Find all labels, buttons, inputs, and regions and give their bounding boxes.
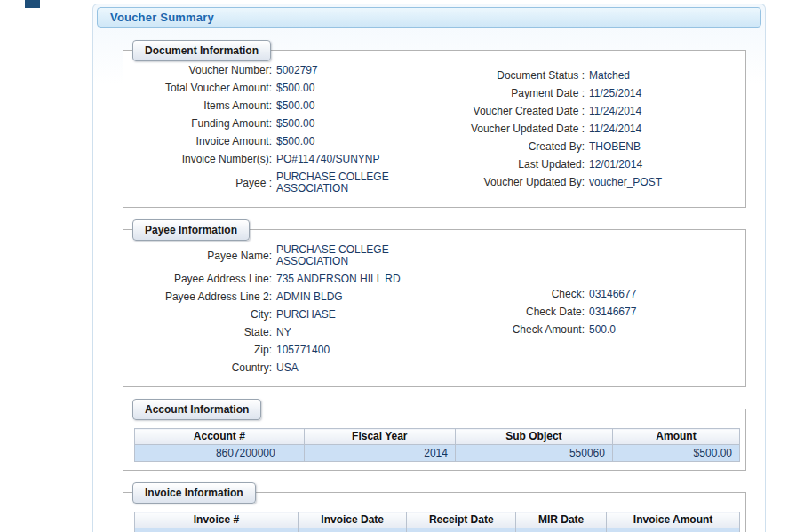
field-row-document-status: Document Status : Matched bbox=[436, 70, 662, 82]
field-row-payee-address-line-2: Payee Address Line 2: ADMIN BLDG bbox=[125, 291, 436, 303]
field-value: Matched bbox=[589, 70, 630, 82]
field-label: Items Amount: bbox=[125, 100, 276, 112]
field-value: 03146677 bbox=[589, 306, 636, 318]
field-label: Country: bbox=[125, 362, 276, 374]
field-row-state: State: NY bbox=[125, 327, 436, 338]
field-value: $500.00 bbox=[276, 100, 410, 112]
field-value: 735 ANDERSON HILL RD bbox=[276, 274, 410, 285]
field-row-funding-amount: Funding Amount: $500.00 bbox=[125, 118, 436, 130]
field-label: Funding Amount: bbox=[125, 118, 276, 130]
field-row-items-amount: Items Amount: $500.00 bbox=[125, 100, 436, 112]
field-row-country: Country: USA bbox=[125, 362, 436, 374]
field-label: Voucher Number: bbox=[125, 65, 276, 76]
field-label: Voucher Created Date : bbox=[436, 106, 589, 117]
voucher-summary-panel: Voucher Summary Document Information Vou… bbox=[92, 4, 766, 532]
field-value: 105771400 bbox=[276, 345, 410, 356]
field-row-voucher-number: Voucher Number: 5002797 bbox=[125, 65, 436, 76]
column-header-invoice-date: Invoice Date bbox=[298, 512, 407, 528]
field-label: Check Amount: bbox=[436, 324, 589, 336]
field-value: voucher_POST bbox=[589, 177, 662, 188]
column-header-fiscal-year: Fiscal Year bbox=[304, 429, 455, 445]
field-value: 12/01/2014 bbox=[589, 159, 642, 171]
table-cell-invoice-number: PO#114740/SUNYNP bbox=[135, 528, 299, 532]
field-value: USA bbox=[276, 362, 410, 374]
section-title-payee-information: Payee Information bbox=[132, 219, 250, 241]
field-value: $500.00 bbox=[276, 118, 410, 130]
table-cell-sub-object: 550060 bbox=[455, 445, 612, 462]
section-document-information: Document Information Voucher Number: 500… bbox=[123, 50, 746, 208]
invoice-table-header-row: Invoice # Invoice Date Receipt Date MIR … bbox=[135, 512, 740, 528]
field-row-created-by: Created By: THOBENB bbox=[436, 141, 662, 153]
field-row-payee-name: Payee Name: PURCHASE COLLEGE ASSOCIATION bbox=[125, 244, 436, 267]
column-header-invoice-number: Invoice # bbox=[135, 512, 299, 528]
field-label: Zip: bbox=[125, 345, 276, 356]
field-label: State: bbox=[125, 327, 276, 338]
section-invoice-information: Invoice Information Invoice # Invoice Da… bbox=[123, 492, 746, 532]
section-payee-information: Payee Information Payee Name: PURCHASE C… bbox=[123, 229, 746, 387]
field-row-invoice-numbers: Invoice Number(s): PO#114740/SUNYNP bbox=[125, 154, 436, 165]
field-label: Total Voucher Amount: bbox=[125, 83, 276, 94]
section-title-account-information: Account Information bbox=[132, 399, 261, 420]
field-value: 500.0 bbox=[589, 324, 616, 336]
field-row-city: City: PURCHASE bbox=[125, 309, 436, 321]
field-value: 11/24/2014 bbox=[589, 123, 641, 135]
field-label: Voucher Updated Date : bbox=[436, 123, 589, 135]
field-row-zip: Zip: 105771400 bbox=[125, 345, 436, 356]
account-table: Account # Fiscal Year Sub Object Amount … bbox=[134, 428, 740, 462]
field-row-total-voucher-amount: Total Voucher Amount: $500.00 bbox=[125, 83, 436, 94]
field-value: PURCHASE bbox=[276, 309, 410, 321]
document-info-left-column: Voucher Number: 5002797 Total Voucher Am… bbox=[125, 65, 436, 201]
field-value: PURCHASE COLLEGE ASSOCIATION bbox=[276, 171, 410, 195]
section-title-document-information: Document Information bbox=[132, 40, 271, 61]
field-row-payee: Payee : PURCHASE COLLEGE ASSOCIATION bbox=[125, 171, 436, 195]
invoice-table: Invoice # Invoice Date Receipt Date MIR … bbox=[134, 512, 740, 532]
field-value: $500.00 bbox=[276, 83, 410, 94]
column-header-receipt-date: Receipt Date bbox=[407, 512, 516, 528]
table-cell-account-number: 8607200000 bbox=[135, 445, 305, 462]
table-cell-mir-date: 11/19/2014 bbox=[516, 528, 607, 532]
column-header-account-number: Account # bbox=[135, 429, 305, 445]
field-label: Invoice Amount: bbox=[125, 136, 276, 147]
document-info-right-column: Document Status : Matched Payment Date :… bbox=[436, 70, 662, 201]
field-label: Document Status : bbox=[436, 70, 589, 82]
field-label: Payment Date : bbox=[436, 88, 589, 99]
field-value: PO#114740/SUNYNP bbox=[276, 154, 410, 165]
field-row-last-updated: Last Updated: 12/01/2014 bbox=[436, 159, 662, 171]
field-value: 5002797 bbox=[276, 65, 410, 76]
field-value: PURCHASE COLLEGE ASSOCIATION bbox=[276, 244, 410, 267]
payee-info-right-column: Check: 03146677 Check Date: 03146677 Che… bbox=[436, 289, 636, 380]
field-row-check-date: Check Date: 03146677 bbox=[436, 306, 636, 318]
table-cell-invoice-amount: $500.00 bbox=[607, 528, 740, 532]
column-header-invoice-amount: Invoice Amount bbox=[607, 512, 740, 528]
field-label: Invoice Number(s): bbox=[125, 154, 276, 165]
account-table-header-row: Account # Fiscal Year Sub Object Amount bbox=[135, 429, 740, 445]
corner-accent bbox=[25, 0, 40, 8]
field-label: Check: bbox=[436, 289, 589, 300]
column-header-mir-date: MIR Date bbox=[516, 512, 607, 528]
table-cell-receipt-date: 11/19/2014 bbox=[407, 528, 516, 532]
column-header-sub-object: Sub Object bbox=[455, 429, 612, 445]
field-value: ADMIN BLDG bbox=[276, 291, 410, 303]
field-value: THOBENB bbox=[589, 141, 641, 153]
column-header-amount: Amount bbox=[612, 429, 739, 445]
field-label: Last Updated: bbox=[436, 159, 589, 171]
field-row-check: Check: 03146677 bbox=[436, 289, 636, 300]
field-label: Created By: bbox=[436, 141, 589, 153]
payee-info-left-column: Payee Name: PURCHASE COLLEGE ASSOCIATION… bbox=[125, 244, 436, 380]
panel-content: Document Information Voucher Number: 500… bbox=[93, 50, 765, 532]
field-value: 11/24/2014 bbox=[589, 106, 641, 117]
field-value: NY bbox=[276, 327, 410, 338]
field-row-voucher-created-date: Voucher Created Date : 11/24/2014 bbox=[436, 106, 662, 117]
field-label: Payee Address Line: bbox=[125, 274, 276, 285]
field-value: 03146677 bbox=[589, 289, 636, 300]
field-label: Voucher Updated By: bbox=[436, 177, 589, 188]
field-row-payment-date: Payment Date : 11/25/2014 bbox=[436, 88, 662, 99]
field-label: City: bbox=[125, 309, 276, 321]
page-title: Voucher Summary bbox=[110, 11, 214, 24]
table-cell-fiscal-year: 2014 bbox=[304, 445, 455, 462]
section-account-information: Account Information Account # Fiscal Yea… bbox=[123, 409, 746, 471]
table-cell-invoice-date: 10/31/2014 bbox=[298, 528, 407, 532]
field-row-voucher-updated-by: Voucher Updated By: voucher_POST bbox=[436, 177, 662, 188]
field-row-voucher-updated-date: Voucher Updated Date : 11/24/2014 bbox=[436, 123, 662, 135]
field-value: $500.00 bbox=[276, 136, 410, 147]
